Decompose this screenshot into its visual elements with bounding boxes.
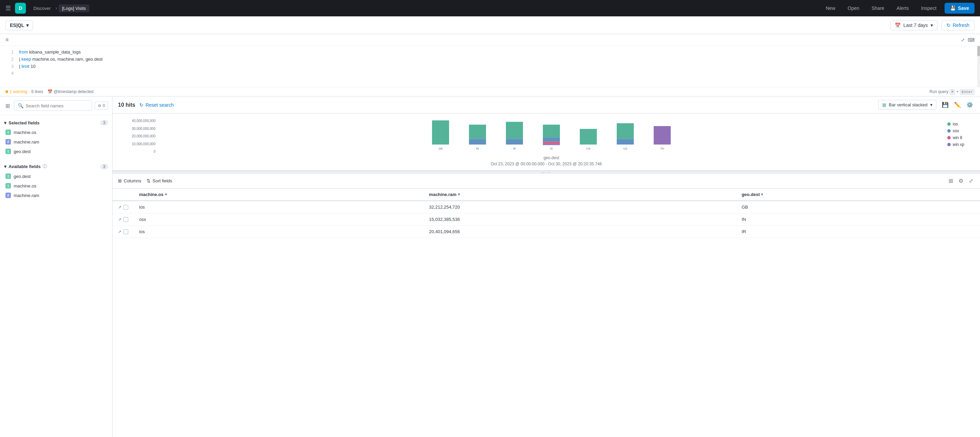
sidebar-toolbar: ⊞ 🔍 ⊜ 0 [0,97,112,115]
sidebar-toggle-button[interactable]: ⊞ [4,101,11,110]
app-icon: D [15,3,26,14]
search-box[interactable]: 🔍 [14,100,92,111]
y-axis: 40,000,000,000 30,000,000,000 20,000,000… [118,119,156,160]
chart-x-label: geo.dest [161,156,942,160]
chevron-down-icon: ▾ [931,22,933,28]
row-checkbox[interactable] [123,229,128,234]
legend-winxp: win xp [947,142,975,147]
breadcrumb-discover[interactable]: Discover [30,5,54,12]
bar-id-osx [543,137,560,142]
code-area[interactable]: 1 from kibana_sample_data_logs 2 | keep … [0,46,980,87]
table-header-machine-ram[interactable]: machine.ram ▾ [423,189,736,201]
bar-ir-osx [506,139,523,145]
field-type-text: t [5,183,11,189]
cell-machine-ram: 32,212,254,720 [423,201,736,213]
sort-icon[interactable]: ▾ [165,192,167,197]
save-chart-button[interactable]: 💾 [940,100,950,110]
bar-th-winxp [654,126,671,145]
code-line-1: 1 from kibana_sample_data_logs [0,49,980,56]
save-button[interactable]: 💾 Save [945,3,975,14]
field-type-number: # [5,192,11,198]
menu-icon[interactable]: ≡ [5,37,8,43]
cell-machine-os: ios [134,226,423,238]
sidebar: ⊞ 🔍 ⊜ 0 ▾ Selected fields 3 t machine.o [0,97,113,437]
columns-button[interactable]: ⊞ Columns [118,178,141,183]
row-controls: ↗ [113,201,134,213]
vertical-scrollbar[interactable] [977,46,980,87]
cell-geo-dest: IN [736,213,980,226]
expand-row-icon[interactable]: ↗ [118,229,121,234]
table-header-geo-dest[interactable]: geo.dest ▾ [736,189,980,201]
filter-badge[interactable]: ⊜ 0 [95,102,108,110]
table-row: ↗ ios 20,401,094,656 IR [113,226,980,238]
inspect-button[interactable]: Inspect [917,3,940,13]
chart-type-selector[interactable]: ▦ Bar vertical stacked ▾ [878,100,936,110]
chart-area: 40,000,000,000 30,000,000,000 20,000,000… [113,113,980,171]
grid-view-button[interactable]: ⊞ [947,176,955,186]
esql-button[interactable]: ES|QL ▾ [5,20,33,30]
cell-machine-ram: 15,032,385,536 [423,213,736,226]
second-toolbar: ES|QL ▾ 📅 Last 7 days ▾ ↻ Refresh [0,16,980,34]
bar-us-ios [617,123,634,139]
filter-icon: ⊜ [98,103,101,108]
bar-us-osx [617,139,634,145]
resize-handle[interactable]: — — [113,171,980,173]
share-button[interactable]: Share [867,3,888,13]
bar-id-win8 [543,142,560,144]
refresh-button[interactable]: ↻ Refresh [942,20,975,30]
x-label-ir: IR [513,147,515,150]
alerts-button[interactable]: Alerts [892,3,913,13]
field-type-text: t [5,130,11,135]
fullscreen-button[interactable]: ⤢ [967,176,975,186]
table-header: machine.os ▾ machine.ram ▾ [113,189,980,201]
warning-badge[interactable]: 1 warning [5,89,27,94]
chart-wrapper: 40,000,000,000 30,000,000,000 20,000,000… [118,119,975,160]
x-label-th: TH [660,147,664,150]
cell-geo-dest: GB [736,201,980,213]
chart-time-range: Oct 23, 2023 @ 00:00:00.000 - Oct 30, 20… [118,160,975,168]
edit-chart-button[interactable]: ✏️ [953,100,962,110]
available-field-geo-dest[interactable]: t geo.dest [0,172,112,181]
table-header-controls [113,189,134,201]
x-label-cn: CN [586,147,590,150]
settings-chart-button[interactable]: ⚙️ [965,100,975,110]
field-item-machine-os[interactable]: t machine.os [0,127,112,137]
date-picker[interactable]: 📅 Last 7 days ▾ [890,20,937,30]
editor-status: 1 warning 6 lines 📅 @timestamp detected … [0,87,980,96]
available-fields-header[interactable]: ▾ Available fields ⓘ 3 [0,162,112,172]
field-item-machine-ram[interactable]: # machine.ram [0,137,112,146]
expand-row-icon[interactable]: ↗ [118,217,121,222]
expand-icon[interactable]: ⤢ [961,37,965,43]
hamburger-icon[interactable]: ☰ [5,5,11,12]
warning-dot [5,91,8,93]
field-item-geo-dest[interactable]: t geo.dest [0,146,112,156]
results-toolbar: 10 hits ↻ Reset search ▦ Bar vertical st… [113,97,980,113]
available-field-machine-os[interactable]: t machine.os [0,181,112,191]
bar-gb-ios [432,120,449,145]
available-field-machine-ram[interactable]: # machine.ram [0,191,112,200]
hits-count: 10 hits [118,102,135,108]
bar-chart-svg: GB IN IR ID CN US TH [161,119,942,153]
x-label-gb: GB [439,147,442,150]
breadcrumb-logs-visits[interactable]: [Logs] Visits [59,5,89,12]
open-button[interactable]: Open [843,3,863,13]
selected-fields-header[interactable]: ▾ Selected fields 3 [0,118,112,127]
bar-chart-icon: ▦ [882,102,886,107]
sort-icon[interactable]: ▾ [761,192,763,197]
row-checkbox[interactable] [123,205,128,210]
table-header-machine-os[interactable]: machine.os ▾ [134,189,423,201]
settings-table-button[interactable]: ⚙ [957,176,965,186]
table-toolbar: ⊞ Columns ⇅ Sort fields ⊞ ⚙ ⤢ [113,173,980,189]
x-label-id: ID [550,147,553,150]
reset-search-button[interactable]: ↻ Reset search [140,102,173,108]
row-checkbox[interactable] [123,217,128,222]
expand-row-icon[interactable]: ↗ [118,205,121,210]
new-button[interactable]: New [822,3,840,13]
refresh-icon: ↻ [947,22,951,28]
sort-icon[interactable]: ▾ [458,192,460,197]
legend-dot-win8 [947,136,951,140]
sort-fields-button[interactable]: ⇅ Sort fields [146,178,172,183]
calendar-icon: 📅 [895,22,900,28]
search-input[interactable] [25,103,88,108]
keyboard-icon[interactable]: ⌨ [968,37,975,43]
